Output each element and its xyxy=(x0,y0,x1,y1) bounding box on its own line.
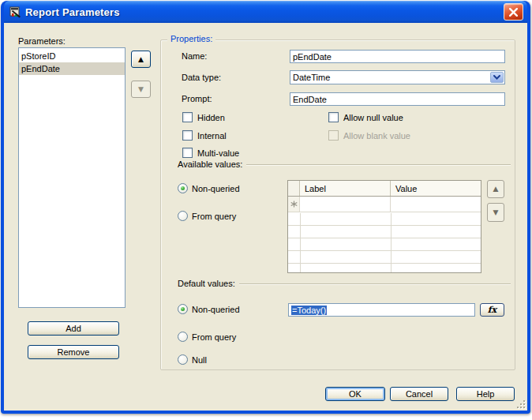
screen: Report Parameters Parameters: pStoreID p… xyxy=(0,0,532,420)
down-arrow-icon: ▼ xyxy=(138,86,144,93)
parameter-move-up-button[interactable]: ▲ xyxy=(131,51,151,68)
new-row-value-cell[interactable] xyxy=(391,197,481,212)
up-arrow-icon: ▲ xyxy=(138,56,144,63)
table-gridline xyxy=(300,213,301,272)
parameters-list-label: Parameters: xyxy=(18,36,66,46)
table-corner-cell xyxy=(288,181,300,196)
down-arrow-icon: ▼ xyxy=(493,209,499,216)
value-move-down-button[interactable]: ▼ xyxy=(487,203,504,222)
hidden-checkbox-label: Hidden xyxy=(197,113,225,122)
close-button[interactable] xyxy=(504,3,523,21)
allow-null-value-checkbox[interactable] xyxy=(328,112,339,122)
default-values-label: Default values: xyxy=(178,279,235,288)
report-parameters-icon[interactable] xyxy=(9,6,22,19)
resize-grip[interactable] xyxy=(516,399,526,410)
new-row-header-cell xyxy=(288,197,300,212)
name-value: pEndDate xyxy=(293,52,332,62)
radio-selected-icon[interactable] xyxy=(178,183,188,193)
add-button[interactable]: Add xyxy=(28,321,119,336)
allow-blank-value-checkbox-label: Allow blank value xyxy=(343,131,410,141)
help-button[interactable]: Help xyxy=(456,387,515,401)
fx-icon: fx xyxy=(488,305,496,315)
name-label: Name: xyxy=(182,51,207,61)
default-from-query-label: From query xyxy=(192,332,236,342)
data-type-label: Data type: xyxy=(182,73,221,82)
parameter-list-item[interactable]: pStoreID xyxy=(19,50,125,62)
value-move-up-button[interactable]: ▲ xyxy=(487,180,504,198)
default-non-queried-label: Non-queried xyxy=(192,305,240,314)
section-divider xyxy=(246,164,511,166)
value-column-header[interactable]: Value xyxy=(391,181,481,196)
available-values-label: Available values: xyxy=(178,159,242,169)
properties-groupbox: Properties: Name: pEndDate Data type: Da… xyxy=(160,39,515,370)
cancel-button[interactable]: Cancel xyxy=(390,387,448,401)
allow-null-value-checkbox-label: Allow null value xyxy=(343,113,403,122)
titlebar: Report Parameters xyxy=(4,1,527,23)
internal-checkbox-label: Internal xyxy=(197,131,227,141)
multi-value-checkbox-label: Multi-value xyxy=(197,148,239,158)
dialog-body: Parameters: pStoreID pEndDate ▲ ▼ Add Re… xyxy=(4,23,527,411)
table-header-row: Label Value xyxy=(288,181,481,197)
multi-value-checkbox[interactable] xyxy=(182,148,193,158)
parameters-listbox[interactable]: pStoreID pEndDate xyxy=(18,47,126,308)
default-values-section: Default values: xyxy=(178,278,511,289)
radio-unselected-icon[interactable] xyxy=(178,332,188,342)
properties-group-label: Properties: xyxy=(167,34,215,43)
up-arrow-icon: ▲ xyxy=(493,186,499,193)
data-type-dropdown-button[interactable] xyxy=(490,72,504,83)
expression-fx-button[interactable]: fx xyxy=(480,303,504,317)
new-row-asterisk-icon xyxy=(290,201,298,208)
remove-button[interactable]: Remove xyxy=(28,345,119,359)
data-type-value: DateTime xyxy=(293,73,330,82)
radio-selected-icon[interactable] xyxy=(178,304,188,314)
allow-blank-value-checkbox xyxy=(328,130,339,141)
hidden-checkbox[interactable] xyxy=(182,112,193,122)
default-value-text: =Today() xyxy=(291,306,327,315)
table-empty-rows xyxy=(288,213,481,272)
table-new-row[interactable] xyxy=(288,197,481,212)
radio-unselected-icon[interactable] xyxy=(178,354,188,365)
parameter-list-item-selected[interactable]: pEndDate xyxy=(19,62,125,75)
section-divider xyxy=(239,283,511,285)
report-parameters-dialog: Report Parameters Parameters: pStoreID p… xyxy=(1,1,530,414)
parameter-move-down-button[interactable]: ▼ xyxy=(131,81,151,98)
table-gridline xyxy=(391,213,392,272)
new-row-label-cell[interactable] xyxy=(300,197,391,212)
chevron-down-icon xyxy=(493,75,500,80)
window-title: Report Parameters xyxy=(25,6,504,18)
close-icon xyxy=(508,8,519,17)
prompt-value: EndDate xyxy=(293,95,327,104)
default-value-input[interactable]: =Today() xyxy=(288,303,475,317)
data-type-dropdown[interactable]: DateTime xyxy=(290,70,505,84)
default-null-label: Null xyxy=(192,355,207,365)
internal-checkbox[interactable] xyxy=(182,130,193,141)
available-values-section: Available values: xyxy=(178,159,511,170)
radio-unselected-icon[interactable] xyxy=(178,211,188,221)
prompt-input[interactable]: EndDate xyxy=(290,92,505,106)
ok-button[interactable]: OK xyxy=(325,387,385,401)
label-column-header[interactable]: Label xyxy=(300,181,391,196)
available-non-queried-label: Non-queried xyxy=(192,184,240,193)
prompt-label: Prompt: xyxy=(182,94,212,103)
name-input[interactable]: pEndDate xyxy=(290,50,505,63)
available-from-query-label: From query xyxy=(192,212,236,221)
available-values-table[interactable]: Label Value xyxy=(287,180,481,273)
